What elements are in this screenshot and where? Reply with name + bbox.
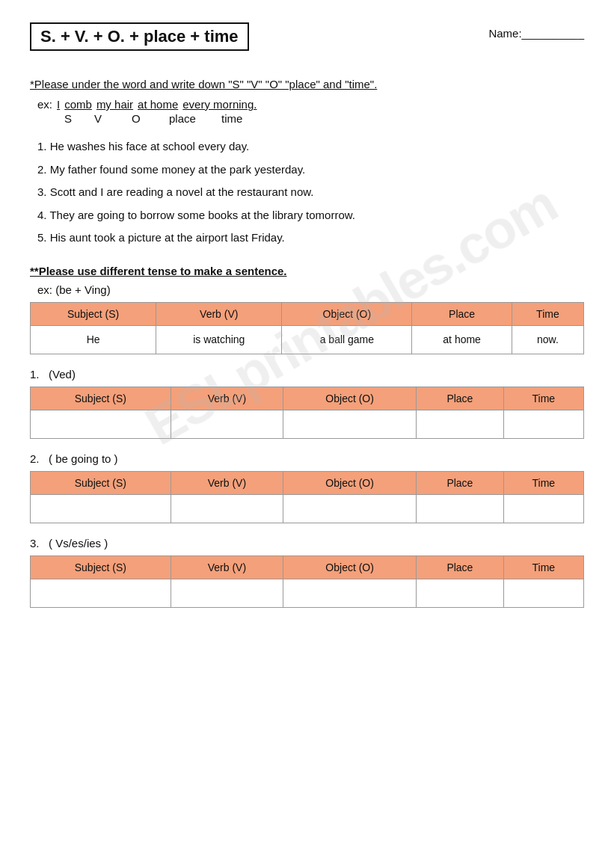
t1-cell-subject[interactable] [31, 410, 171, 438]
label-s: S [64, 112, 94, 125]
t2-header-object: Object (O) [283, 471, 417, 494]
labels-line: S V O place time [64, 112, 584, 125]
t3-cell-subject[interactable] [31, 579, 171, 607]
t3-header-time: Time [503, 555, 583, 579]
sentence-list: 1. He washes his face at school every da… [37, 138, 584, 247]
table-row: He is watching a ball game at home now. [31, 325, 584, 354]
table-1: Subject (S) Verb (V) Object (O) Place Ti… [30, 387, 584, 439]
ex-table-header-object: Object (O) [282, 302, 412, 325]
t2-header-place: Place [417, 471, 504, 494]
ex-cell-subject: He [31, 325, 156, 354]
t1-header-verb: Verb (V) [171, 387, 283, 410]
section-3-label: 3. ( Vs/es/ies ) [30, 537, 584, 550]
t2-header-time: Time [503, 471, 583, 494]
t1-cell-object[interactable] [283, 410, 417, 438]
section-2-label: 2. ( be going to ) [30, 452, 584, 465]
section-1: 1. (Ved) Subject (S) Verb (V) Object (O)… [30, 368, 584, 439]
t2-header-subject: Subject (S) [31, 471, 171, 494]
example-block: ex: I comb my hair at home every morning… [37, 98, 584, 125]
label-o: O [132, 112, 169, 125]
ex-word-i: I [57, 98, 60, 111]
ex-table-header-subject: Subject (S) [31, 302, 156, 325]
t2-cell-place[interactable] [417, 494, 504, 523]
ex-word-myhair: my hair [96, 98, 133, 111]
sentence-3: 3. Scott and I are reading a novel at th… [37, 184, 584, 201]
t1-header-place: Place [417, 387, 504, 410]
section-2: 2. ( be going to ) Subject (S) Verb (V) … [30, 452, 584, 523]
ex-word-comb: comb [64, 98, 92, 111]
header-row: S. + V. + O. + place + time Name:_______… [30, 22, 584, 64]
ex-prefix: ex: [37, 98, 52, 111]
sentence-4: 4. They are going to borrow some books a… [37, 207, 584, 224]
section-1-label: 1. (Ved) [30, 368, 584, 381]
table-row [31, 579, 584, 607]
t1-header-object: Object (O) [283, 387, 417, 410]
ex-word-everymorning: every morning. [182, 98, 257, 111]
table-row [31, 494, 584, 523]
t3-header-subject: Subject (S) [31, 555, 171, 579]
t3-cell-object[interactable] [283, 579, 417, 607]
ex-cell-place: at home [412, 325, 512, 354]
ex-word-athome: at home [138, 98, 178, 111]
sentence-1: 1. He washes his face at school every da… [37, 138, 584, 156]
t2-cell-subject[interactable] [31, 494, 171, 523]
t3-cell-time[interactable] [503, 579, 583, 607]
ex-table-header-verb: Verb (V) [156, 302, 282, 325]
t3-cell-place[interactable] [417, 579, 504, 607]
t1-cell-verb[interactable] [171, 410, 283, 438]
name-line: Name:__________ [488, 27, 584, 40]
t2-header-verb: Verb (V) [171, 471, 283, 494]
label-time: time [221, 112, 266, 125]
instruction2: **Please use different tense to make a s… [30, 265, 584, 277]
page-title: S. + V. + O. + place + time [30, 22, 249, 51]
table-3: Subject (S) Verb (V) Object (O) Place Ti… [30, 555, 584, 608]
t2-cell-verb[interactable] [171, 494, 283, 523]
ex-note: ex: (be + Ving) [37, 283, 584, 296]
instruction1: *Please under the word and write down "S… [30, 78, 584, 90]
t1-cell-place[interactable] [417, 410, 504, 438]
example-table: Subject (S) Verb (V) Object (O) Place Ti… [30, 302, 584, 354]
table-row [31, 410, 584, 438]
t2-cell-object[interactable] [283, 494, 417, 523]
label-v: V [94, 112, 132, 125]
label-place: place [169, 112, 221, 125]
t1-header-subject: Subject (S) [31, 387, 171, 410]
t3-cell-verb[interactable] [171, 579, 283, 607]
ex-cell-object: a ball game [282, 325, 412, 354]
example-line: ex: I comb my hair at home every morning… [37, 98, 584, 111]
t3-header-place: Place [417, 555, 504, 579]
ex-cell-verb: is watching [156, 325, 282, 354]
ex-table-header-time: Time [512, 302, 583, 325]
t1-cell-time[interactable] [503, 410, 583, 438]
t3-header-verb: Verb (V) [171, 555, 283, 579]
ex-table-header-place: Place [412, 302, 512, 325]
sentence-5: 5. His aunt took a picture at the airpor… [37, 230, 584, 247]
table-2: Subject (S) Verb (V) Object (O) Place Ti… [30, 471, 584, 523]
t1-header-time: Time [503, 387, 583, 410]
ex-cell-time: now. [512, 325, 583, 354]
sentence-2: 2. My father found some money at the par… [37, 161, 584, 179]
t3-header-object: Object (O) [283, 555, 417, 579]
section-3: 3. ( Vs/es/ies ) Subject (S) Verb (V) Ob… [30, 537, 584, 608]
t2-cell-time[interactable] [503, 494, 583, 523]
